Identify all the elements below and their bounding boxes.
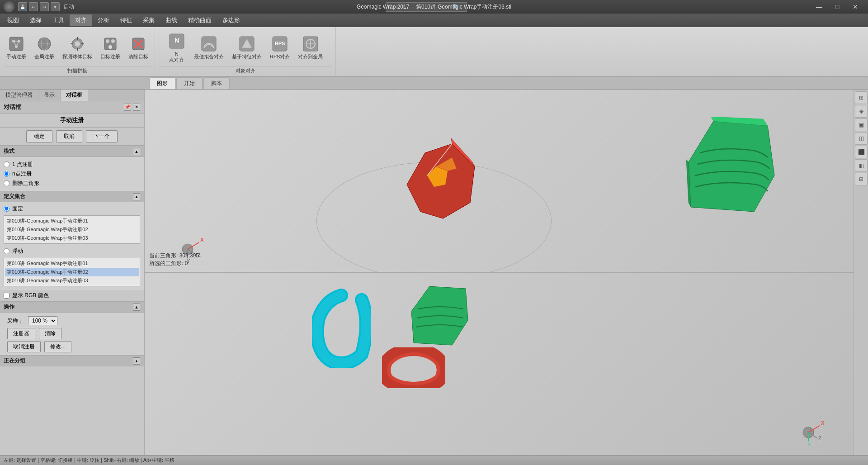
- fixed-item-0[interactable]: 第010讲-Geomagic Wrap手动注册01: [5, 217, 139, 225]
- detect-target-icon: [68, 35, 86, 53]
- operations-section-header[interactable]: 操作: [0, 301, 144, 313]
- subgroup-header[interactable]: 正在分组: [0, 355, 144, 366]
- close-button[interactable]: ✕: [846, 0, 864, 14]
- float-radio-option[interactable]: 浮动: [4, 247, 140, 256]
- mode-one-point-label: 1 点注册: [12, 161, 33, 168]
- right-tool-1[interactable]: ⊞: [855, 91, 868, 104]
- mode-section-header[interactable]: 模式: [0, 146, 144, 157]
- right-tool-6[interactable]: ◧: [855, 159, 868, 172]
- define-set-collapse[interactable]: [133, 193, 140, 200]
- redo-icon[interactable]: ↪: [40, 2, 49, 11]
- right-tool-3[interactable]: ▣: [855, 119, 868, 131]
- float-item-2[interactable]: 第010讲-Geomagic Wrap手动注册03: [5, 276, 139, 285]
- panel-pin-button[interactable]: 📌: [124, 104, 131, 111]
- undo-icon[interactable]: ↩: [29, 2, 38, 11]
- unregister-button[interactable]: 取消注册: [7, 341, 41, 352]
- fixed-item-2[interactable]: 第010讲-Geomagic Wrap手动注册03: [5, 234, 139, 242]
- clear-button[interactable]: 清除: [39, 328, 61, 339]
- register-button[interactable]: 注册器: [7, 328, 35, 339]
- panel-header: 对话框 📌 ✕: [0, 101, 144, 114]
- align-buttons: N N点对齐 最佳拟合对齐: [165, 29, 326, 66]
- viewport: X Z Y 当前三角形: 303,395 所选的三角形: 0: [145, 90, 854, 455]
- next-button[interactable]: 下一个: [86, 130, 118, 142]
- n-point-align-button[interactable]: N N点对齐: [165, 30, 189, 65]
- define-set-header[interactable]: 定义集合: [0, 191, 144, 202]
- right-tool-5[interactable]: ⬛: [855, 146, 868, 158]
- panel-tab-model-manager[interactable]: 模型管理器: [0, 90, 38, 101]
- confirm-button[interactable]: 确定: [26, 130, 52, 142]
- menu-align[interactable]: 对齐: [70, 14, 92, 26]
- menu-tools[interactable]: 工具: [47, 14, 70, 26]
- save-icon[interactable]: 💾: [18, 2, 27, 11]
- sample-select[interactable]: 100 % 75 % 50 %: [28, 316, 57, 325]
- menu-view[interactable]: 视图: [2, 14, 24, 26]
- tab-figure[interactable]: 图形: [149, 77, 175, 89]
- menu-select[interactable]: 选择: [24, 14, 47, 26]
- float-item-1[interactable]: 第010讲-Geomagic Wrap手动注册02: [5, 268, 139, 276]
- float-item-0[interactable]: 第010讲-Geomagic Wrap手动注册01: [5, 259, 139, 268]
- panel-control-buttons: 📌 ✕: [124, 104, 140, 111]
- tab-script[interactable]: 脚本: [203, 77, 230, 89]
- align-to-global-label: 对齐到全局: [298, 54, 323, 60]
- align-to-global-button[interactable]: 对齐到全局: [295, 33, 326, 62]
- float-model-list[interactable]: 第010讲-Geomagic Wrap手动注册01 第010讲-Geomagic…: [4, 258, 140, 286]
- mode-one-point-radio[interactable]: [4, 161, 9, 167]
- rgb-checkbox-row[interactable]: 显示 RGB 颜色: [0, 290, 144, 301]
- mode-collapse-button[interactable]: [133, 148, 140, 155]
- fixed-radio-option[interactable]: 固定: [4, 204, 140, 214]
- panel-tabs: 模型管理器 显示 对话框: [0, 90, 144, 101]
- best-fit-button[interactable]: 最佳拟合对齐: [191, 33, 226, 62]
- menu-nurbs[interactable]: 精确曲面: [183, 14, 217, 26]
- target-register-button[interactable]: 目标注册: [98, 33, 123, 62]
- viewport-bottom[interactable]: X Z Y: [145, 273, 854, 455]
- detect-target-button[interactable]: 探测球体目标: [60, 33, 95, 62]
- fixed-model-list[interactable]: 第010讲-Geomagic Wrap手动注册01 第010讲-Geomagic…: [4, 215, 140, 244]
- mode-n-point-radio[interactable]: [4, 171, 9, 177]
- mode-delete-tri[interactable]: 删除三角形: [4, 179, 140, 188]
- dropdown-icon[interactable]: ▼: [51, 2, 60, 11]
- feature-align-icon: [238, 35, 256, 53]
- manual-register-button[interactable]: 手动注册: [4, 33, 29, 62]
- maximize-button[interactable]: □: [828, 0, 846, 14]
- sample-label: 采样：: [7, 317, 24, 325]
- fixed-radio[interactable]: [4, 206, 9, 212]
- menu-analysis[interactable]: 分析: [92, 14, 115, 26]
- rgb-checkbox[interactable]: [4, 293, 9, 299]
- menu-capture[interactable]: 采集: [137, 14, 160, 26]
- mode-one-point[interactable]: 1 点注册: [4, 160, 140, 169]
- menubar: 视图 选择 工具 对齐 分析 特征 采集 曲线 精确曲面 多边形: [0, 14, 868, 27]
- float-radio[interactable]: [4, 248, 9, 254]
- menu-polygon[interactable]: 多边形: [217, 14, 245, 26]
- right-tool-4[interactable]: ◫: [855, 132, 868, 145]
- panel-tab-display[interactable]: 显示: [38, 90, 61, 101]
- modify-button[interactable]: 修改...: [44, 341, 71, 352]
- operations-collapse[interactable]: [133, 304, 140, 311]
- viewport-tabs: 图形 开始 脚本: [0, 77, 868, 90]
- global-register-button[interactable]: 全局注册: [32, 33, 57, 62]
- clear-target-button[interactable]: 清除目标: [126, 33, 151, 62]
- tab-start[interactable]: 开始: [176, 77, 203, 89]
- best-fit-label: 最佳拟合对齐: [194, 54, 224, 60]
- mode-n-point[interactable]: n点注册: [4, 169, 140, 179]
- feature-align-button[interactable]: 基于特征对齐: [229, 33, 264, 62]
- svg-text:N: N: [175, 37, 179, 44]
- rps-align-button[interactable]: RPS RPS对齐: [267, 33, 293, 62]
- fixed-item-1[interactable]: 第010讲-Geomagic Wrap手动注册02: [5, 225, 139, 234]
- minimize-button[interactable]: —: [810, 0, 828, 14]
- selected-triangles: 所选的三角形: 0: [149, 260, 199, 267]
- clear-target-label: 清除目标: [128, 54, 148, 60]
- launch-label: 启动: [63, 3, 74, 11]
- menu-curve[interactable]: 曲线: [160, 14, 183, 26]
- mode-delete-tri-radio[interactable]: [4, 180, 9, 186]
- rgb-label: 显示 RGB 颜色: [12, 292, 49, 299]
- cancel-button[interactable]: 取消: [56, 130, 82, 142]
- right-tool-7[interactable]: ⊟: [855, 173, 868, 185]
- panel-tab-dialog[interactable]: 对话框: [61, 90, 88, 101]
- viewport-top[interactable]: X Z Y 当前三角形: 303,395 所选的三角形: 0: [145, 90, 854, 273]
- object-red-arc: [382, 347, 445, 388]
- right-tool-2[interactable]: ◈: [855, 105, 868, 118]
- n-point-icon: N: [168, 32, 186, 50]
- menu-feature[interactable]: 特征: [115, 14, 137, 26]
- subgroup-collapse[interactable]: [133, 357, 140, 365]
- panel-close-button[interactable]: ✕: [133, 104, 140, 111]
